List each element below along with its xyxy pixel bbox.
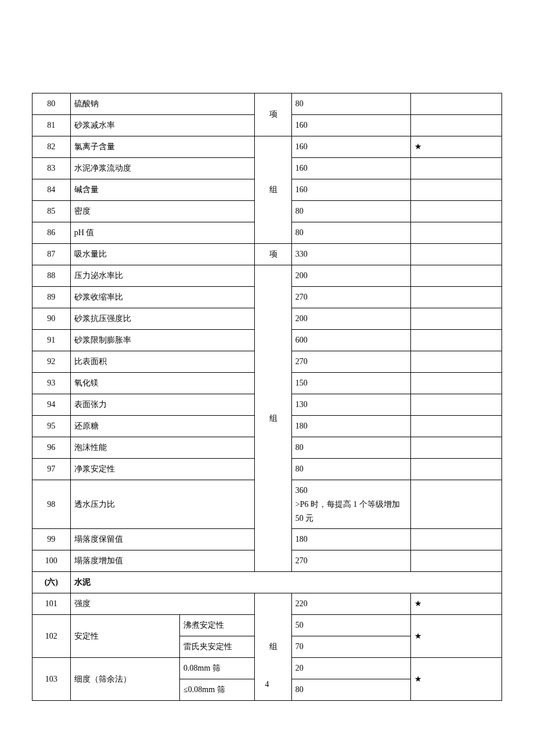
row-value: 180 <box>291 416 410 437</box>
page-number: 4 <box>0 680 534 689</box>
row-star: ★ <box>411 136 502 158</box>
row-star <box>411 115 502 136</box>
row-name: 塌落度增加值 <box>70 550 255 572</box>
row-star <box>411 158 502 179</box>
row-value: 160 <box>291 115 410 136</box>
row-number: 99 <box>33 529 71 550</box>
row-name: 吸水量比 <box>70 244 255 265</box>
row-value: 80 <box>291 459 410 480</box>
row-value: 130 <box>291 394 410 416</box>
row-name: 强度 <box>70 593 255 615</box>
row-name: 碱含量 <box>70 179 255 201</box>
row-unit: 项 <box>255 244 292 265</box>
row-number: 97 <box>33 459 71 480</box>
row-number: 95 <box>33 416 71 437</box>
row-number: 94 <box>33 394 71 416</box>
row-subname: 沸煮安定性 <box>180 615 255 636</box>
table-row: 82 氯离子含量 组 160 ★ <box>33 136 502 158</box>
row-subname: 雷氏夹安定性 <box>180 636 255 658</box>
row-star <box>411 287 502 308</box>
row-value: 270 <box>291 550 410 572</box>
row-star: ★ <box>411 658 502 701</box>
section-number: (六) <box>33 572 71 593</box>
row-value: 80 <box>291 222 410 244</box>
row-value: 70 <box>291 636 410 658</box>
row-name: 氯离子含量 <box>70 136 255 158</box>
row-star <box>411 308 502 330</box>
row-number: 80 <box>33 93 71 115</box>
row-star <box>411 179 502 201</box>
row-star <box>411 480 502 529</box>
row-value: 200 <box>291 265 410 287</box>
row-star <box>411 550 502 572</box>
row-number: 86 <box>33 222 71 244</box>
section-row: (六) 水泥 <box>33 572 502 593</box>
row-name: 砂浆限制膨胀率 <box>70 330 255 351</box>
row-star <box>411 244 502 265</box>
row-number: 83 <box>33 158 71 179</box>
row-name: 透水压力比 <box>70 480 255 529</box>
row-value: 360>P6 时，每提高 1 个等级增加 50 元 <box>291 480 410 529</box>
row-name: 水泥净浆流动度 <box>70 158 255 179</box>
row-value: 200 <box>291 308 410 330</box>
row-name: 压力泌水率比 <box>70 265 255 287</box>
row-name: 比表面积 <box>70 351 255 373</box>
row-name: 还原糖 <box>70 416 255 437</box>
row-name: 硫酸钠 <box>70 93 255 115</box>
row-value: 80 <box>291 201 410 222</box>
row-number: 90 <box>33 308 71 330</box>
row-name: 塌落度保留值 <box>70 529 255 550</box>
row-value: 150 <box>291 373 410 394</box>
row-value: 80 <box>291 93 410 115</box>
row-number: 82 <box>33 136 71 158</box>
row-number: 92 <box>33 351 71 373</box>
row-star <box>411 373 502 394</box>
row-value: 220 <box>291 593 410 615</box>
row-value: 160 <box>291 158 410 179</box>
row-name: 细度（筛余法） <box>70 658 179 701</box>
row-unit: 组 <box>255 265 292 572</box>
row-number: 88 <box>33 265 71 287</box>
row-unit: 组 <box>255 136 292 244</box>
section-title: 水泥 <box>70 572 501 593</box>
table-row: 101 强度 组 220 ★ <box>33 593 502 615</box>
row-number: 100 <box>33 550 71 572</box>
row-star: ★ <box>411 593 502 615</box>
row-number: 102 <box>33 615 71 658</box>
row-star <box>411 459 502 480</box>
row-star <box>411 330 502 351</box>
row-number: 101 <box>33 593 71 615</box>
row-star <box>411 201 502 222</box>
row-star <box>411 394 502 416</box>
row-number: 91 <box>33 330 71 351</box>
row-name: 泡沫性能 <box>70 437 255 459</box>
row-value: 600 <box>291 330 410 351</box>
row-star <box>411 351 502 373</box>
row-name: 氧化镁 <box>70 373 255 394</box>
row-name: 净浆安定性 <box>70 459 255 480</box>
row-value: 50 <box>291 615 410 636</box>
row-number: 85 <box>33 201 71 222</box>
row-subname: 0.08mm 筛 <box>180 658 255 679</box>
row-value: 270 <box>291 351 410 373</box>
row-name: 砂浆减水率 <box>70 115 255 136</box>
row-number: 87 <box>33 244 71 265</box>
row-number: 98 <box>33 480 71 529</box>
row-value: 270 <box>291 287 410 308</box>
row-number: 81 <box>33 115 71 136</box>
row-name: pH 值 <box>70 222 255 244</box>
row-star <box>411 529 502 550</box>
row-star: ★ <box>411 615 502 658</box>
row-name: 表面张力 <box>70 394 255 416</box>
row-number: 89 <box>33 287 71 308</box>
row-value: 80 <box>291 437 410 459</box>
row-name: 安定性 <box>70 615 179 658</box>
row-star <box>411 437 502 459</box>
row-star <box>411 265 502 287</box>
row-unit: 项 <box>255 93 292 136</box>
row-value: 20 <box>291 658 410 679</box>
row-value: 330 <box>291 244 410 265</box>
row-name: 密度 <box>70 201 255 222</box>
row-number: 103 <box>33 658 71 701</box>
row-star <box>411 93 502 115</box>
